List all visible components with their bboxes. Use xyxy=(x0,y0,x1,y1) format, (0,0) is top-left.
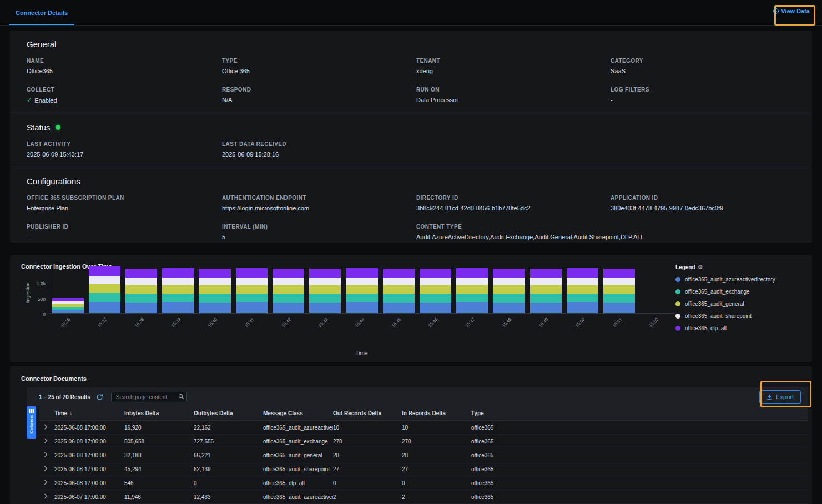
bar-segment-office365_audit_exchange[interactable] xyxy=(567,294,598,302)
bar-segment-office365_audit_azureactivedirectory[interactable] xyxy=(309,303,341,314)
stacked-bar[interactable] xyxy=(125,269,157,313)
legend-item[interactable]: office365_audit_general xyxy=(675,301,801,307)
bar-segment-office365_audit_sharepoint[interactable] xyxy=(346,278,377,285)
bar-segment-office365_audit_sharepoint[interactable] xyxy=(420,278,451,285)
table-row[interactable]: 2025-06-08 17:00:00505,658727,555office3… xyxy=(39,435,808,448)
stacked-bar[interactable] xyxy=(236,268,268,313)
bar-segment-office365_audit_exchange[interactable] xyxy=(273,294,304,302)
bar-segment-office365_audit_sharepoint[interactable] xyxy=(89,276,120,284)
stacked-bar[interactable] xyxy=(603,269,635,313)
bar-segment-office365_audit_general[interactable] xyxy=(309,285,341,294)
bar-segment-office365_dlp_all[interactable] xyxy=(199,269,230,278)
bar-segment-office365_audit_azureactivedirectory[interactable] xyxy=(603,303,635,314)
bar-segment-office365_audit_azureactivedirectory[interactable] xyxy=(162,302,194,313)
row-expander[interactable] xyxy=(39,493,54,500)
bar-segment-office365_audit_sharepoint[interactable] xyxy=(530,278,562,285)
table-row[interactable]: 2025-06-08 17:00:0032,18866,221office365… xyxy=(39,448,808,462)
bar-segment-office365_audit_general[interactable] xyxy=(162,285,194,294)
column-header[interactable]: Out Records Delta xyxy=(333,410,402,416)
bar-segment-office365_audit_sharepoint[interactable] xyxy=(603,278,635,285)
column-header[interactable]: Time↓ xyxy=(54,410,124,416)
bar-segment-office365_dlp_all[interactable] xyxy=(420,269,451,278)
bar-segment-office365_dlp_all[interactable] xyxy=(273,269,304,278)
stacked-bar[interactable] xyxy=(309,269,341,313)
legend-item[interactable]: office365_audit_sharepoint xyxy=(675,313,801,319)
bar-segment-office365_audit_sharepoint[interactable] xyxy=(383,278,415,285)
bar-segment-office365_audit_sharepoint[interactable] xyxy=(309,278,341,285)
legend-settings-icon[interactable]: ⚙ xyxy=(698,264,703,270)
bar-segment-office365_audit_exchange[interactable] xyxy=(125,294,157,302)
bar-segment-office365_audit_general[interactable] xyxy=(456,285,488,294)
stacked-bar[interactable] xyxy=(346,268,377,313)
bar-segment-office365_audit_exchange[interactable] xyxy=(199,294,230,302)
bar-segment-office365_audit_sharepoint[interactable] xyxy=(236,278,268,285)
bar-segment-office365_audit_azureactivedirectory[interactable] xyxy=(346,302,377,313)
row-expander[interactable] xyxy=(39,424,54,431)
columns-button[interactable]: Columns xyxy=(27,406,36,439)
bar-segment-office365_audit_azureactivedirectory[interactable] xyxy=(199,303,230,314)
bar-segment-office365_audit_azureactivedirectory[interactable] xyxy=(420,303,451,314)
legend-item[interactable]: office365_dlp_all xyxy=(675,325,801,331)
bar-segment-office365_audit_exchange[interactable] xyxy=(530,294,562,302)
bar-segment-office365_dlp_all[interactable] xyxy=(346,268,377,278)
bar-segment-office365_dlp_all[interactable] xyxy=(530,269,562,278)
tab-connector-details[interactable]: Connector Details xyxy=(9,0,74,25)
column-header[interactable]: Outbytes Delta xyxy=(194,410,263,416)
row-expander[interactable] xyxy=(39,438,54,445)
bar-segment-office365_audit_general[interactable] xyxy=(603,285,635,294)
table-row[interactable]: 2025-06-08 17:00:005460office365_dlp_all… xyxy=(39,476,808,490)
bar-segment-office365_audit_exchange[interactable] xyxy=(383,294,415,302)
column-header[interactable]: In Records Delta xyxy=(402,410,471,416)
row-expander[interactable] xyxy=(39,452,54,458)
bar-segment-office365_audit_general[interactable] xyxy=(125,285,157,294)
bar-segment-office365_audit_general[interactable] xyxy=(199,285,230,294)
bar-segment-office365_audit_sharepoint[interactable] xyxy=(493,278,525,285)
bar-segment-office365_audit_azureactivedirectory[interactable] xyxy=(530,303,562,314)
bar-segment-office365_dlp_all[interactable] xyxy=(383,269,415,278)
stacked-bar[interactable] xyxy=(530,269,562,313)
bar-segment-office365_audit_general[interactable] xyxy=(383,285,415,294)
bar-segment-office365_audit_azureactivedirectory[interactable] xyxy=(273,303,304,314)
bar-segment-office365_audit_general[interactable] xyxy=(567,285,598,294)
bar-segment-office365_audit_exchange[interactable] xyxy=(603,294,635,302)
stacked-bar[interactable] xyxy=(456,268,488,313)
bar-segment-office365_audit_azureactivedirectory[interactable] xyxy=(383,303,415,314)
bar-segment-office365_audit_general[interactable] xyxy=(236,285,268,294)
column-header[interactable]: Type xyxy=(471,410,808,416)
bar-segment-office365_audit_azureactivedirectory[interactable] xyxy=(236,302,268,313)
search-input[interactable] xyxy=(111,392,187,402)
bar-segment-office365_audit_azureactivedirectory[interactable] xyxy=(52,310,84,313)
bar-segment-office365_audit_sharepoint[interactable] xyxy=(199,278,230,285)
stacked-bar[interactable] xyxy=(420,269,451,313)
stacked-bar[interactable] xyxy=(52,298,84,313)
bar-segment-office365_audit_azureactivedirectory[interactable] xyxy=(493,303,525,314)
table-row[interactable]: 2025-06-08 17:00:0016,92022,162office365… xyxy=(39,421,808,435)
table-row[interactable]: 2025-06-07 17:00:0011,94612,433office365… xyxy=(39,490,808,504)
export-button[interactable]: Export xyxy=(759,390,801,404)
legend-item[interactable]: office365_audit_exchange xyxy=(675,289,801,295)
stacked-bar[interactable] xyxy=(199,269,230,313)
bar-segment-office365_dlp_all[interactable] xyxy=(162,268,194,278)
stacked-bar[interactable] xyxy=(89,266,120,313)
bar-segment-office365_audit_general[interactable] xyxy=(273,285,304,294)
stacked-bar[interactable] xyxy=(567,268,598,313)
row-expander[interactable] xyxy=(39,466,54,472)
bar-segment-office365_audit_azureactivedirectory[interactable] xyxy=(125,303,157,314)
bar-segment-office365_audit_azureactivedirectory[interactable] xyxy=(567,302,598,313)
bar-segment-office365_audit_exchange[interactable] xyxy=(89,293,120,302)
bar-segment-office365_audit_general[interactable] xyxy=(420,285,451,294)
bar-segment-office365_audit_sharepoint[interactable] xyxy=(162,278,194,285)
bar-segment-office365_audit_exchange[interactable] xyxy=(493,294,525,302)
bar-segment-office365_audit_exchange[interactable] xyxy=(420,294,451,302)
bar-segment-office365_dlp_all[interactable] xyxy=(567,268,598,278)
view-data-button[interactable]: View Data xyxy=(773,8,810,14)
bar-segment-office365_audit_general[interactable] xyxy=(530,285,562,294)
bar-segment-office365_audit_general[interactable] xyxy=(493,285,525,294)
sort-desc-icon[interactable]: ↓ xyxy=(69,410,72,416)
stacked-bar[interactable] xyxy=(162,268,194,313)
column-header[interactable]: Inbytes Delta xyxy=(124,410,194,416)
column-header[interactable]: Message Class xyxy=(263,410,333,416)
bar-segment-office365_dlp_all[interactable] xyxy=(456,268,488,278)
bar-segment-office365_audit_exchange[interactable] xyxy=(309,294,341,302)
row-expander[interactable] xyxy=(39,480,54,486)
